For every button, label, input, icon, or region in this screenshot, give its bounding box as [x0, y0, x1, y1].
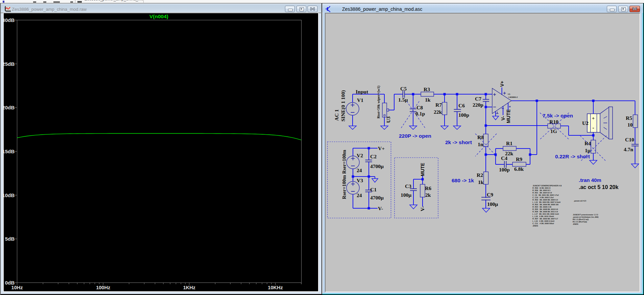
svg-text:4.7n: 4.7n	[624, 146, 633, 152]
svg-text:R4: R4	[585, 140, 591, 146]
svg-text:4700µ: 4700µ	[370, 195, 384, 200]
svg-text:25dB: 25dB	[4, 61, 15, 67]
svg-text:1k: 1k	[478, 179, 484, 185]
svg-text:MUTE: MUTE	[506, 109, 511, 123]
svg-text:100p: 100p	[458, 112, 469, 118]
svg-text:1.5µ: 1.5µ	[398, 97, 408, 103]
svg-text:SINE(0 1 100): SINE(0 1 100)	[340, 90, 346, 122]
svg-text:C9: C9	[487, 192, 493, 197]
svg-text:4700µ: 4700µ	[370, 163, 384, 169]
svg-text:10: 10	[627, 122, 633, 128]
svg-text:100µ: 100µ	[401, 192, 411, 198]
svg-text:100µ: 100µ	[487, 201, 498, 207]
svg-text:R_R31 $N_0004 B 5.6: R_R31 $N_0004 B 5.6	[532, 192, 552, 194]
svg-text:R6: R6	[425, 185, 431, 191]
svg-text:R_R36 $N_0008 $N_0011 0.9: R_R36 $N_0008 $N_0011 0.9	[532, 211, 558, 213]
svg-text:V(n004): V(n004)	[149, 14, 168, 19]
svg-text:24: 24	[357, 167, 362, 173]
svg-text:C3: C3	[405, 183, 411, 189]
svg-text:R1: R1	[506, 140, 512, 146]
svg-text:2k -> short: 2k -> short	[445, 139, 472, 145]
svg-text:1k: 1k	[425, 97, 431, 103]
svg-text:.ENDS: .ENDS	[532, 225, 538, 227]
svg-text:C6: C6	[458, 103, 465, 108]
svg-text:.tran 40m: .tran 40m	[579, 177, 601, 183]
svg-text:L_L17 $N_0011 $N_0009 1mH: L_L17 $N_0011 $N_0009 1mH	[532, 213, 559, 215]
svg-text:1G: 1G	[550, 128, 557, 134]
svg-text:V3: V3	[357, 178, 363, 183]
svg-text:L_L19 A $N_0006 0.3mH: L_L19 A $N_0006 0.3mH	[532, 220, 554, 222]
svg-text:10Hz: 10Hz	[11, 285, 23, 290]
svg-text:.ac oct 5 10 20k: .ac oct 5 10 20k	[579, 184, 619, 190]
svg-text:6.8k: 6.8k	[514, 166, 524, 172]
svg-text:V-: V-	[378, 206, 383, 211]
svg-text:R2: R2	[477, 172, 483, 178]
svg-text:R_R32 $N_0006 $N_0005 0.5: R_R32 $N_0006 $N_0005 0.5	[532, 199, 558, 201]
svg-text:Rser=100m: Rser=100m	[341, 150, 347, 174]
svg-text:R3: R3	[424, 86, 430, 92]
svg-text:C_C11 A $N_0008 500uf: C_C11 A $N_0008 500uf	[532, 222, 554, 224]
svg-text:C_C9 $N_0001 $N_0005 4.7uf: C_C9 $N_0001 $N_0005 4.7uf	[532, 194, 559, 196]
svg-text:V-: V-	[500, 116, 506, 120]
svg-text:5dB: 5dB	[5, 236, 15, 242]
svg-text:22k: 22k	[434, 109, 442, 115]
svg-text:R_R29 B $N_0001 8: R_R29 B $N_0001 8	[532, 187, 550, 189]
svg-text:100Hz: 100Hz	[96, 285, 110, 290]
svg-text:R_R30 $N_0002 B 5: R_R30 $N_0002 B 5	[532, 189, 550, 191]
svg-text:U3: U3	[385, 116, 391, 123]
svg-text:24: 24	[357, 192, 362, 198]
svg-text:V-: V-	[420, 206, 425, 211]
svg-text:U2: U2	[582, 120, 589, 126]
svg-text:220P -> open: 220P -> open	[399, 133, 431, 139]
svg-text:L_L18 A $N_0010 10mH: L_L18 A $N_0010 10mH	[532, 215, 554, 217]
svg-text:.SUBCKT GENERICSPEAKER A B: .SUBCKT GENERICSPEAKER A B	[532, 185, 562, 187]
svg-text:V2: V2	[357, 153, 363, 158]
svg-text:0.22R -> short: 0.22R -> short	[555, 154, 590, 159]
svg-text:R_R37 $N_0009 $N_0007 0.7: R_R37 $N_0009 $N_0007 0.7	[532, 218, 558, 220]
svg-text:C5: C5	[400, 86, 407, 91]
svg-text:R10: R10	[549, 119, 558, 125]
svg-text:C2: C2	[370, 154, 377, 159]
svg-text:R0 1 3 {Rtot*(1-w)}: R0 1 3 {Rtot*(1-w)}	[573, 218, 589, 220]
svg-text:680 -> 1k: 680 -> 1k	[452, 178, 474, 183]
svg-text:R_R35 $N_0008 $N_0010 0.6: R_R35 $N_0008 $N_0010 0.6	[532, 208, 558, 210]
svg-text:2k: 2k	[425, 192, 431, 198]
svg-text:C_C10 A $N_0003 3.3uf: C_C10 A $N_0003 3.3uf	[532, 196, 554, 198]
svg-text:R_R34 $N_0008 A 39: R_R34 $N_0008 A 39	[532, 206, 551, 208]
svg-text:V+: V+	[499, 81, 505, 87]
svg-text:C8: C8	[416, 105, 423, 110]
svg-text:-: -	[592, 125, 594, 131]
svg-text:L_L16 $N_0004 $N_0007 0.5mH: L_L16 $N_0004 $N_0007 0.5mH	[532, 201, 560, 203]
svg-text:C10: C10	[625, 137, 634, 142]
svg-text:.ENDS: .ENDS	[573, 223, 578, 225]
svg-text:30dB: 30dB	[4, 17, 15, 23]
svg-text:V+: V+	[378, 145, 385, 151]
svg-text:220p: 220p	[473, 102, 483, 108]
svg-text:R_R33 $N_0009 $N_0008 100: R_R33 $N_0009 $N_0008 100	[532, 204, 558, 206]
svg-text:.param w1=0.5: .param w1=0.5	[574, 200, 586, 202]
svg-text:.param w=limit(wiper,1m,.999): .param w=limit(wiper,1m,.999)	[573, 216, 598, 218]
svg-text:R7: R7	[435, 102, 442, 108]
svg-text:15dB: 15dB	[4, 149, 15, 154]
svg-text:Rser=100m: Rser=100m	[341, 175, 347, 199]
svg-text:Input: Input	[356, 89, 368, 95]
svg-text:10KHz: 10KHz	[268, 285, 283, 290]
svg-text:U1: U1	[508, 93, 510, 95]
svg-text:+: +	[592, 115, 595, 121]
svg-text:7.5k -> open: 7.5k -> open	[543, 113, 573, 118]
svg-text:10dB: 10dB	[4, 192, 15, 198]
svg-text:MUTE: MUTE	[420, 163, 425, 176]
svg-text:100p: 100p	[499, 167, 510, 172]
svg-text:C4: C4	[501, 155, 507, 161]
svg-text:1n: 1n	[478, 141, 483, 147]
svg-text:C7: C7	[475, 96, 481, 102]
svg-text:R5: R5	[626, 115, 632, 121]
svg-text:C1: C1	[370, 187, 377, 192]
svg-text:Rtot=50k wiper={w1}: Rtot=50k wiper={w1}	[377, 85, 380, 118]
svg-text:R1 3 2 {Rtot*(w)}: R1 3 2 {Rtot*(w)}	[573, 221, 587, 223]
svg-text:V1: V1	[357, 97, 363, 103]
svg-text:1µ: 1µ	[585, 148, 591, 153]
svg-text:.SUBCKT potentiometer 1 2 3: .SUBCKT potentiometer 1 2 3	[573, 214, 598, 216]
svg-text:1KHz: 1KHz	[183, 285, 195, 290]
svg-text:R8: R8	[477, 134, 484, 140]
